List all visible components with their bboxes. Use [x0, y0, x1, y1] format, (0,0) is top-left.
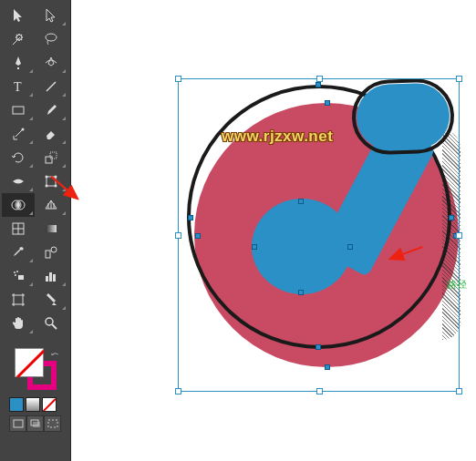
- anchor-point[interactable]: [453, 233, 459, 239]
- tools-panel: T: [0, 0, 71, 461]
- svg-point-0: [46, 34, 57, 41]
- anchor-point[interactable]: [298, 290, 304, 295]
- anchor-point[interactable]: [195, 233, 201, 239]
- music-note-head-large[interactable]: [252, 199, 352, 294]
- shaper-tool[interactable]: [2, 122, 35, 146]
- draw-behind-mode[interactable]: [26, 415, 44, 432]
- gradient-swatch[interactable]: [26, 397, 40, 412]
- svg-line-2: [47, 82, 56, 91]
- magic-wand-tool[interactable]: [2, 27, 35, 51]
- column-graph-tool[interactable]: [35, 264, 67, 288]
- path-label: 路径: [447, 278, 467, 292]
- svg-point-17: [51, 247, 57, 252]
- color-swatch-solid[interactable]: [9, 397, 24, 412]
- scale-tool[interactable]: [35, 146, 67, 169]
- resize-handle[interactable]: [316, 76, 323, 82]
- fill-color[interactable]: [15, 348, 44, 377]
- gradient-tool[interactable]: [35, 217, 67, 241]
- color-section: ⤺: [2, 341, 68, 435]
- svg-rect-22: [46, 276, 48, 282]
- svg-point-19: [14, 271, 16, 273]
- resize-handle[interactable]: [456, 76, 462, 82]
- music-note-head-small[interactable]: [356, 82, 450, 151]
- artboard-tool[interactable]: [2, 288, 35, 312]
- draw-normal-mode[interactable]: [9, 415, 26, 432]
- svg-rect-29: [33, 422, 40, 427]
- svg-point-21: [15, 274, 16, 276]
- anchor-point[interactable]: [316, 82, 321, 87]
- type-tool[interactable]: T: [2, 75, 35, 98]
- svg-rect-6: [50, 152, 57, 159]
- hand-tool[interactable]: [2, 312, 35, 335]
- rotate-tool[interactable]: [2, 146, 35, 169]
- svg-rect-16: [46, 251, 50, 258]
- anchor-point[interactable]: [298, 199, 304, 204]
- line-segment-tool[interactable]: [35, 75, 67, 98]
- blend-tool[interactable]: [35, 241, 67, 264]
- svg-rect-15: [46, 225, 57, 232]
- anchor-point[interactable]: [316, 344, 321, 350]
- resize-handle[interactable]: [316, 388, 323, 394]
- anchor-point[interactable]: [325, 364, 330, 370]
- resize-handle[interactable]: [456, 388, 462, 394]
- symbol-sprayer-tool[interactable]: [2, 264, 35, 288]
- svg-rect-25: [14, 295, 23, 304]
- resize-handle[interactable]: [175, 232, 181, 239]
- shape-builder-tool[interactable]: [2, 193, 35, 217]
- swap-fill-stroke-icon[interactable]: ⤺: [51, 349, 58, 359]
- svg-rect-24: [53, 274, 56, 282]
- svg-point-26: [46, 318, 53, 325]
- svg-rect-23: [49, 272, 52, 282]
- eyedropper-tool[interactable]: [2, 241, 35, 264]
- direct-selection-tool[interactable]: [35, 4, 67, 27]
- paintbrush-tool[interactable]: [35, 98, 67, 122]
- none-swatch[interactable]: [42, 397, 57, 412]
- slice-tool[interactable]: [35, 288, 67, 312]
- anchor-point[interactable]: [325, 100, 330, 106]
- draw-inside-mode[interactable]: [44, 415, 61, 432]
- anchor-point[interactable]: [252, 244, 257, 250]
- svg-point-8: [46, 176, 48, 179]
- anchor-point[interactable]: [449, 215, 454, 220]
- svg-rect-31: [48, 420, 57, 427]
- svg-line-27: [52, 324, 57, 329]
- svg-rect-18: [18, 275, 24, 280]
- svg-point-20: [16, 271, 18, 272]
- resize-handle[interactable]: [175, 76, 181, 82]
- pen-tool[interactable]: [2, 51, 35, 75]
- rectangle-tool[interactable]: [2, 98, 35, 122]
- width-tool[interactable]: [2, 169, 35, 193]
- svg-rect-28: [14, 420, 23, 427]
- anchor-point[interactable]: [347, 244, 353, 250]
- zoom-tool[interactable]: [35, 312, 67, 335]
- watermark-text: www.rjzxw.net: [222, 128, 333, 146]
- resize-handle[interactable]: [175, 388, 181, 394]
- svg-text:T: T: [14, 80, 22, 94]
- svg-rect-5: [46, 157, 52, 163]
- canvas-area[interactable]: www.rjzxw.net 路径: [71, 0, 476, 461]
- svg-rect-3: [13, 107, 24, 114]
- curvature-tool[interactable]: [35, 51, 67, 75]
- svg-point-4: [22, 128, 25, 131]
- anchor-point[interactable]: [188, 215, 193, 220]
- mesh-tool[interactable]: [2, 217, 35, 241]
- selection-tool[interactable]: [2, 4, 35, 27]
- eraser-tool[interactable]: [35, 122, 67, 146]
- lasso-tool[interactable]: [35, 27, 67, 51]
